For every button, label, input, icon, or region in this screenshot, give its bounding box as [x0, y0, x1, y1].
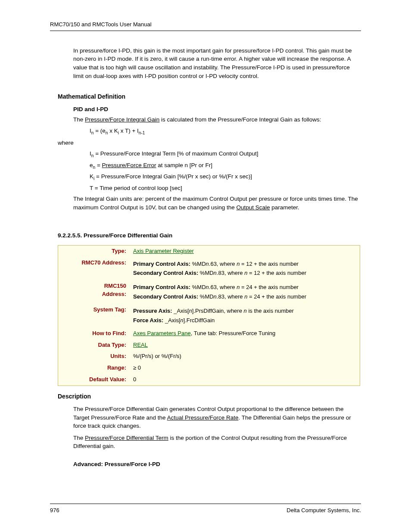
axes-param-pane-link[interactable]: Axes Parameters Pane [133, 330, 191, 336]
range-value: ≥ 0 [130, 362, 360, 374]
actual-pf-rate-link[interactable]: Actual Pressure/Force Rate [167, 414, 239, 421]
pf-diff-term-link[interactable]: Pressure/Force Differential Term [85, 435, 168, 441]
rmc70-label: RMC70 Address: [58, 257, 130, 281]
formula: In = (en x Ki x T) + In-1 [90, 127, 361, 136]
type-label: Type: [58, 245, 130, 257]
default-label: Default Value: [58, 374, 130, 386]
table-row: Data Type: REAL [58, 339, 360, 351]
axis-param-register-link[interactable]: Axis Parameter Register [133, 248, 194, 254]
pid-subhead: PID and I-PD [73, 105, 361, 114]
systag-value: Pressure Axis: _Axis[n].PrsDiffGain, whe… [130, 304, 360, 328]
table-row: RMC150Address: Primary Control Axis: %MD… [58, 280, 360, 304]
type-value: Axis Parameter Register [130, 245, 360, 257]
header-rule [50, 31, 361, 31]
default-value: 0 [130, 374, 360, 386]
howto-value: Axes Parameters Pane, Tune tab: Pressure… [130, 328, 360, 339]
datatype-value: REAL [130, 339, 360, 351]
def-T: T = Time period of control loop [sec] [90, 184, 361, 193]
table-row: System Tag: Pressure Axis: _Axis[n].PrsD… [58, 304, 360, 328]
def-In: In = Pressure/Force Integral Term [% of … [90, 149, 361, 159]
table-row: Default Value: 0 [58, 374, 360, 386]
page-header: RMC70/150 and RMCTools User Manual [50, 21, 361, 29]
units-label: Units: [58, 351, 130, 362]
range-label: Range: [58, 362, 130, 374]
datatype-label: Data Type: [58, 339, 130, 351]
company-name: Delta Computer Systems, Inc. [286, 507, 361, 515]
def-en: en = Pressure/Force Error at sample n [P… [90, 161, 361, 171]
advanced-heading: Advanced: Pressure/Force I-PD [73, 460, 361, 469]
rmc150-value: Primary Control Axis: %MDn.63, where n =… [130, 280, 360, 304]
definition-list: In = Pressure/Force Integral Term [% of … [90, 149, 361, 192]
document-page: RMC70/150 and RMCTools User Manual In pr… [0, 0, 411, 532]
section-number-heading: 9.2.2.5.5. Pressure/Force Differential G… [58, 231, 361, 240]
def-Ki: Ki = Pressure/Force Integral Gain [%/(Pr… [90, 172, 361, 182]
rmc70-value: Primary Control Axis: %MDn.63, where n =… [130, 257, 360, 281]
page-number: 976 [50, 507, 59, 515]
table-row: Type: Axis Parameter Register [58, 245, 360, 257]
intro-paragraph: In pressure/force I-PD, this gain is the… [50, 47, 361, 80]
desc-para1: The Pressure/Force Differential Gain gen… [50, 405, 361, 430]
mathdef-heading: Mathematical Definition [58, 92, 361, 101]
pf-error-link[interactable]: Pressure/Force Error [102, 162, 156, 168]
desc-para2: The Pressure/Force Differential Term is … [50, 434, 361, 451]
table-row: How to Find: Axes Parameters Pane, Tune … [58, 328, 360, 339]
description-heading: Description [58, 392, 361, 401]
mathdef-intro: The Pressure/Force Integral Gain is calc… [50, 115, 361, 124]
where-label: where [58, 139, 361, 147]
systag-label: System Tag: [58, 304, 130, 328]
real-link[interactable]: REAL [133, 342, 148, 348]
parameter-info-table: Type: Axis Parameter Register RMC70 Addr… [58, 245, 360, 386]
units-value: %/(Pr/s) or %/(Fr/s) [130, 351, 360, 362]
page-footer: 976 Delta Computer Systems, Inc. [50, 504, 361, 515]
table-row: Range: ≥ 0 [58, 362, 360, 374]
table-row: RMC70 Address: Primary Control Axis: %MD… [58, 257, 360, 281]
footer-rule [50, 504, 361, 504]
table-row: Units: %/(Pr/s) or %/(Fr/s) [58, 351, 360, 362]
integral-gain-link[interactable]: Pressure/Force Integral Gain [85, 116, 159, 123]
howto-label: How to Find: [58, 328, 130, 339]
rmc150-label: RMC150Address: [58, 280, 130, 304]
mathdef-tail: The Integral Gain units are: percent of … [50, 195, 361, 212]
output-scale-link[interactable]: Output Scale [236, 204, 270, 211]
